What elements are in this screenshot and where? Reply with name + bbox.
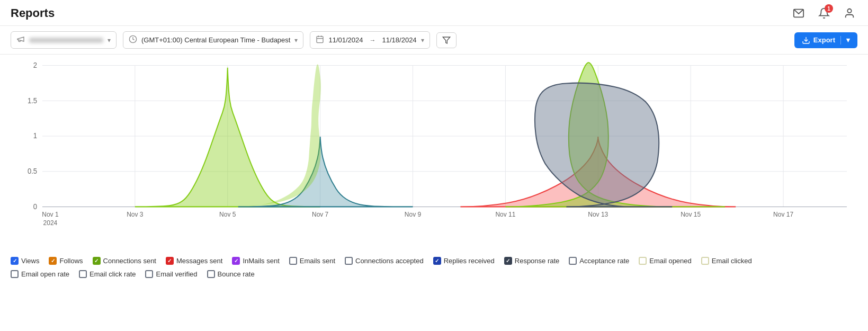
legend-item-follows[interactable]: Follows [49,257,83,265]
legend-item-connections_accepted[interactable]: Connections accepted [345,257,424,265]
svg-text:Nov 13: Nov 13 [588,211,608,218]
notifications-button[interactable]: 1 [816,5,832,21]
legend-item-replies_received[interactable]: Replies received [433,257,495,265]
header-icons: 1 [791,5,857,21]
svg-text:Nov 7: Nov 7 [312,211,328,218]
notification-badge: 1 [825,4,833,13]
legend-checkbox-follows [49,257,57,265]
legend-item-views[interactable]: Views [11,257,39,265]
date-from: 11/01/2024 [328,36,363,44]
legend-label-views: Views [21,257,39,265]
legend-item-email_clicked[interactable]: Email clicked [701,257,752,265]
legend-checkbox-email_verified [145,270,153,278]
legend-checkbox-email_open_rate [11,270,19,278]
svg-text:1.5: 1.5 [28,96,37,104]
svg-text:2: 2 [33,61,37,69]
legend-checkbox-email_clicked [701,257,709,265]
legend-label-response_rate: Response rate [515,257,560,265]
svg-text:0.5: 0.5 [28,167,37,175]
svg-text:2024: 2024 [43,219,58,227]
legend-item-email_verified[interactable]: Email verified [145,270,197,278]
legend-item-response_rate[interactable]: Response rate [504,257,560,265]
svg-rect-3 [317,37,323,43]
legend-label-inmails_sent: InMails sent [243,257,279,265]
legend-checkbox-views [11,257,19,265]
date-range-selector[interactable]: 11/01/2024 → 11/18/2024 ▾ [310,31,429,49]
legend-checkbox-replies_received [433,257,441,265]
legend-item-emails_sent[interactable]: Emails sent [289,257,335,265]
legend-label-connections_sent: Connections sent [103,257,156,265]
clock-icon [129,35,137,45]
calendar-icon [316,35,324,45]
legend-label-email_opened: Email opened [649,257,692,265]
legend-label-email_open_rate: Email open rate [21,270,69,278]
svg-point-1 [847,9,851,13]
legend-item-messages_sent[interactable]: Messages sent [166,257,222,265]
header: Reports 1 [0,0,868,26]
timezone-selector[interactable]: (GMT+01:00) Central European Time - Buda… [123,31,303,49]
legend-item-email_opened[interactable]: Email opened [639,257,692,265]
campaign-selector[interactable]: ▾ [11,31,117,49]
legend-label-emails_sent: Emails sent [300,257,335,265]
legend-item-acceptance_rate[interactable]: Acceptance rate [569,257,629,265]
legend-label-connections_accepted: Connections accepted [355,257,424,265]
legend-checkbox-acceptance_rate [569,257,577,265]
legend-label-email_verified: Email verified [156,270,197,278]
legend-checkbox-connections_accepted [345,257,353,265]
svg-text:Nov 3: Nov 3 [127,211,143,218]
date-to: 11/18/2024 [382,36,417,44]
svg-text:Nov 5: Nov 5 [219,211,236,218]
svg-text:0: 0 [33,202,37,210]
timezone-chevron-icon: ▾ [294,37,298,44]
legend-item-bounce_rate[interactable]: Bounce rate [207,270,255,278]
export-chevron-icon: ▾ [846,36,850,44]
timezone-label: (GMT+01:00) Central European Time - Buda… [141,36,290,44]
chart-svg: 2 1.5 1 0.5 0 Nov 1 2024 Nov 3 Nov 5 Nov… [11,60,857,251]
page-title: Reports [11,6,55,20]
user-profile-button[interactable] [842,5,857,21]
legend-checkbox-inmails_sent [232,257,240,265]
legend-label-email_click_rate: Email click rate [90,270,136,278]
legend-checkbox-response_rate [504,257,512,265]
chevron-down-icon: ▾ [108,37,111,44]
toolbar: ▾ (GMT+01:00) Central European Time - Bu… [0,26,868,55]
mail-icon [793,7,804,19]
legend-item-email_click_rate[interactable]: Email click rate [79,270,136,278]
svg-text:Nov 9: Nov 9 [405,211,421,218]
legend-label-messages_sent: Messages sent [176,257,222,265]
legend-checkbox-email_click_rate [79,270,87,278]
svg-text:Nov 15: Nov 15 [681,211,701,218]
export-divider [840,36,841,44]
legend: ViewsFollowsConnections sentMessages sen… [0,251,868,281]
legend-item-inmails_sent[interactable]: InMails sent [232,257,279,265]
legend-label-bounce_rate: Bounce rate [218,270,255,278]
arrow-icon: → [370,37,376,44]
legend-label-replies_received: Replies received [444,257,495,265]
svg-text:Nov 17: Nov 17 [773,211,793,218]
campaign-value [29,38,103,43]
export-button[interactable]: Export ▾ [794,32,857,48]
legend-checkbox-messages_sent [166,257,174,265]
date-chevron-icon: ▾ [421,37,424,44]
legend-item-email_open_rate[interactable]: Email open rate [11,270,69,278]
svg-text:Nov 1: Nov 1 [42,211,58,218]
legend-checkbox-emails_sent [289,257,297,265]
legend-label-email_clicked: Email clicked [712,257,752,265]
megaphone-icon [16,35,25,45]
legend-label-acceptance_rate: Acceptance rate [579,257,629,265]
svg-marker-7 [443,37,450,43]
legend-checkbox-connections_sent [93,257,101,265]
svg-text:Nov 11: Nov 11 [495,211,515,218]
user-icon [844,7,855,19]
legend-checkbox-email_opened [639,257,647,265]
legend-item-connections_sent[interactable]: Connections sent [93,257,156,265]
export-icon [802,36,810,44]
filter-icon [442,36,451,44]
mail-button[interactable] [791,5,807,21]
legend-label-follows: Follows [59,257,83,265]
svg-text:1: 1 [33,132,37,140]
legend-checkbox-bounce_rate [207,270,215,278]
export-label: Export [813,36,835,44]
chart-area: 2 1.5 1 0.5 0 Nov 1 2024 Nov 3 Nov 5 Nov… [0,55,868,251]
filter-button[interactable] [436,32,457,48]
